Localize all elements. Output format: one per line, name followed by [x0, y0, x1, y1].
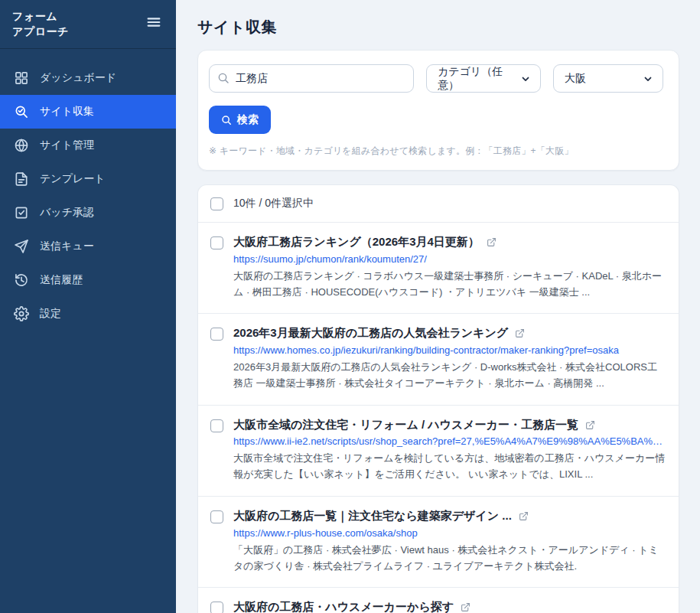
external-link-icon[interactable]	[461, 602, 470, 612]
sidebar-item-dashboard[interactable]: ダッシュボード	[0, 61, 176, 95]
sidebar: フォーム アプローチ ダッシュボード サイト収集 サイト管理	[0, 0, 176, 613]
result-title: 2026年3月最新大阪府の工務店の人気会社ランキング	[233, 326, 508, 341]
globe-icon	[14, 138, 29, 153]
settings-icon	[14, 306, 29, 321]
sidebar-header: フォーム アプローチ	[0, 0, 176, 49]
result-title: 大阪市全域の注文住宅・リフォーム / ハウスメーカー・工務店一覧	[233, 418, 578, 432]
page-title: サイト収集	[197, 17, 679, 37]
sidebar-item-label: テンプレート	[40, 172, 106, 186]
template-icon	[14, 171, 29, 187]
category-select[interactable]: カテゴリ（任意）	[426, 64, 541, 93]
sidebar-item-label: バッチ承認	[40, 206, 94, 220]
result-checkbox[interactable]	[210, 328, 223, 341]
chevron-down-icon	[643, 73, 653, 84]
result-title: 大阪府工務店ランキング（2026年3月4日更新）	[233, 235, 480, 249]
history-icon	[14, 272, 29, 288]
result-item: 大阪府工務店ランキング（2026年3月4日更新） https://suumo.j…	[198, 223, 679, 314]
sidebar-item-batch-approve[interactable]: バッチ承認	[0, 196, 176, 230]
dashboard-icon	[14, 70, 29, 86]
send-queue-icon	[14, 239, 29, 254]
external-link-icon[interactable]	[515, 328, 525, 338]
app-title-line1: フォーム	[12, 9, 69, 24]
external-link-icon[interactable]	[585, 420, 595, 430]
result-title: 大阪府の工務店一覧｜注文住宅なら建築家デザイン ...	[233, 509, 512, 523]
site-collect-icon	[14, 104, 29, 119]
results-header: 10件 / 0件選択中	[198, 185, 679, 223]
selection-summary: 10件 / 0件選択中	[233, 197, 314, 210]
result-checkbox[interactable]	[210, 510, 223, 523]
keyword-input[interactable]	[209, 64, 414, 93]
sidebar-item-label: サイト管理	[40, 139, 94, 152]
external-link-icon[interactable]	[519, 511, 529, 521]
result-item: 大阪市全域の注文住宅・リフォーム / ハウスメーカー・工務店一覧 https:/…	[198, 406, 679, 497]
search-icon	[217, 72, 230, 84]
sidebar-item-site-collect[interactable]: サイト収集	[0, 95, 176, 129]
sidebar-item-label: 送信キュー	[40, 240, 94, 253]
sidebar-item-label: サイト収集	[40, 105, 94, 119]
sidebar-item-send-queue[interactable]: 送信キュー	[0, 230, 176, 263]
result-item: 大阪府の工務店・ハウスメーカーから探す https://kansai-ietat…	[198, 588, 679, 613]
result-url[interactable]: https://suumo.jp/chumon/rank/koumuten/27…	[233, 253, 666, 265]
sidebar-item-label: 設定	[40, 307, 61, 321]
sidebar-nav: ダッシュボード サイト収集 サイト管理 テンプレート バッチ承認	[0, 49, 176, 331]
result-checkbox[interactable]	[210, 602, 223, 613]
region-select[interactable]: 大阪	[553, 64, 663, 93]
result-description: 大阪市全域で注文住宅・リフォームを検討している方は、地域密着の工務店・ハウスメー…	[233, 451, 666, 483]
batch-approve-icon	[14, 205, 29, 220]
sidebar-item-send-history[interactable]: 送信履歴	[0, 263, 176, 297]
sidebar-item-settings[interactable]: 設定	[0, 297, 176, 331]
main-content: サイト収集 カテゴリ（任意） 大阪	[176, 0, 700, 613]
search-button[interactable]: 検索	[209, 106, 271, 134]
result-checkbox[interactable]	[210, 236, 223, 249]
result-checkbox[interactable]	[210, 419, 223, 432]
results-panel: 10件 / 0件選択中 大阪府工務店ランキング（2026年3月4日更新） htt…	[197, 184, 679, 613]
select-all-checkbox[interactable]	[210, 197, 223, 210]
sidebar-item-label: ダッシュボード	[40, 71, 116, 85]
result-item: 2026年3月最新大阪府の工務店の人気会社ランキング https://www.h…	[198, 314, 679, 405]
region-select-value: 大阪	[565, 72, 586, 86]
sidebar-item-label: 送信履歴	[40, 273, 83, 287]
search-button-label: 検索	[237, 113, 259, 127]
sidebar-item-template[interactable]: テンプレート	[0, 162, 176, 196]
result-description: 「大阪府」の工務店 · 株式会社夢広 · Viewt haus · 株式会社ネク…	[233, 543, 666, 575]
app-title: フォーム アプローチ	[12, 9, 69, 39]
hamburger-menu-icon[interactable]	[145, 14, 162, 31]
search-icon	[221, 115, 232, 126]
category-select-value: カテゴリ（任意）	[438, 65, 520, 93]
result-item: 大阪府の工務店一覧｜注文住宅なら建築家デザイン ... https://www.…	[198, 497, 679, 588]
chevron-down-icon	[520, 73, 531, 84]
search-hint: ※ キーワード・地域・カテゴリを組み合わせて検索します。例：「工務店」+「大阪」	[209, 145, 668, 158]
result-url[interactable]: https://www.r-plus-house.com/osaka/shop	[233, 527, 666, 539]
result-title: 大阪府の工務店・ハウスメーカーから探す	[233, 600, 454, 613]
search-panel: カテゴリ（任意） 大阪 検索 ※ キーワード・地域・カテゴリを組み合わせて検索し…	[197, 50, 679, 171]
external-link-icon[interactable]	[487, 237, 497, 247]
result-url[interactable]: https://www.ii-ie2.net/scripts/usr/shop_…	[233, 435, 666, 447]
result-url[interactable]: https://www.homes.co.jp/iezukuri/ranking…	[233, 344, 666, 356]
result-description: 2026年3月最新大阪府の工務店の人気会社ランキング · D-works株式会社…	[233, 360, 666, 392]
app-title-line2: アプローチ	[12, 24, 69, 40]
result-description: 大阪府の工務店ランキング · コラボハウス一級建築士事務所 · シーキューブ ·…	[233, 269, 666, 301]
sidebar-item-site-manage[interactable]: サイト管理	[0, 129, 176, 162]
